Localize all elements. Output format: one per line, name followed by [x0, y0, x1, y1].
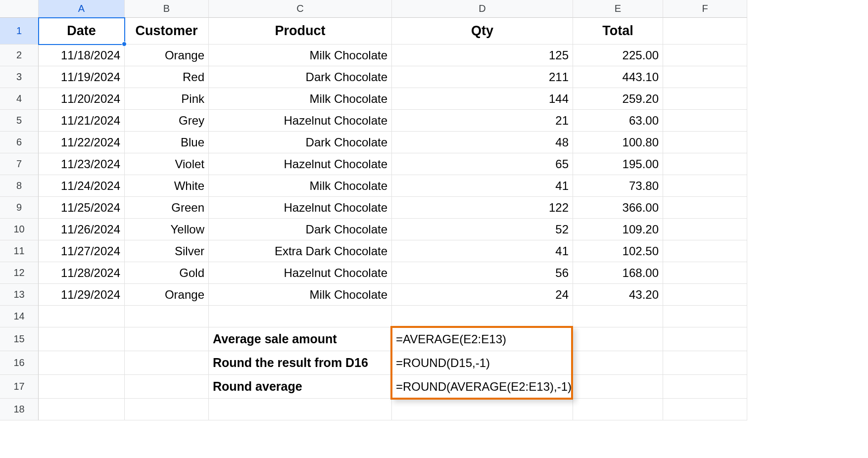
- cell-F9[interactable]: [663, 197, 747, 219]
- cell-C1[interactable]: Product: [209, 18, 392, 45]
- cell-E9[interactable]: 366.00: [573, 197, 663, 219]
- cell-E3[interactable]: 443.10: [573, 66, 663, 88]
- cell-B3[interactable]: Red: [125, 66, 209, 88]
- cell-B15[interactable]: [125, 327, 209, 351]
- cell-B17[interactable]: [125, 375, 209, 399]
- cell-A13[interactable]: 11/29/2024: [39, 284, 125, 306]
- col-header-F[interactable]: F: [663, 0, 747, 18]
- cell-B16[interactable]: [125, 351, 209, 375]
- cell-D13[interactable]: 24: [392, 284, 573, 306]
- cell-E13[interactable]: 43.20: [573, 284, 663, 306]
- cell-F2[interactable]: [663, 45, 747, 66]
- cell-F11[interactable]: [663, 240, 747, 262]
- col-header-A[interactable]: A: [39, 0, 125, 18]
- cell-D8[interactable]: 41: [392, 175, 573, 197]
- cell-A4[interactable]: 11/20/2024: [39, 88, 125, 110]
- cell-D2[interactable]: 125: [392, 45, 573, 66]
- cell-A1[interactable]: Date: [39, 18, 125, 45]
- cell-E17[interactable]: [573, 375, 663, 399]
- cell-F16[interactable]: [663, 351, 747, 375]
- cell-D16[interactable]: =ROUND(D15,-1): [392, 351, 573, 375]
- cell-D18[interactable]: [392, 399, 573, 420]
- cell-E11[interactable]: 102.50: [573, 240, 663, 262]
- cell-C10[interactable]: Dark Chocolate: [209, 219, 392, 240]
- cell-F17[interactable]: [663, 375, 747, 399]
- cell-C7[interactable]: Hazelnut Chocolate: [209, 153, 392, 175]
- cell-E16[interactable]: [573, 351, 663, 375]
- cell-A15[interactable]: [39, 327, 125, 351]
- row-header-2[interactable]: 2: [0, 45, 39, 66]
- cell-B10[interactable]: Yellow: [125, 219, 209, 240]
- cell-E18[interactable]: [573, 399, 663, 420]
- cell-C18[interactable]: [209, 399, 392, 420]
- select-all-corner[interactable]: [0, 0, 39, 18]
- cell-B7[interactable]: Violet: [125, 153, 209, 175]
- cell-D3[interactable]: 211: [392, 66, 573, 88]
- row-header-11[interactable]: 11: [0, 240, 39, 262]
- cell-A12[interactable]: 11/28/2024: [39, 262, 125, 284]
- cell-D12[interactable]: 56: [392, 262, 573, 284]
- cell-C3[interactable]: Dark Chocolate: [209, 66, 392, 88]
- cell-C6[interactable]: Dark Chocolate: [209, 132, 392, 153]
- cell-B8[interactable]: White: [125, 175, 209, 197]
- cell-C5[interactable]: Hazelnut Chocolate: [209, 110, 392, 132]
- cell-D7[interactable]: 65: [392, 153, 573, 175]
- cell-F5[interactable]: [663, 110, 747, 132]
- cell-C14[interactable]: [209, 306, 392, 327]
- cell-F1[interactable]: [663, 18, 747, 45]
- col-header-C[interactable]: C: [209, 0, 392, 18]
- cell-E7[interactable]: 195.00: [573, 153, 663, 175]
- cell-B2[interactable]: Orange: [125, 45, 209, 66]
- cell-E2[interactable]: 225.00: [573, 45, 663, 66]
- cell-C13[interactable]: Milk Chocolate: [209, 284, 392, 306]
- row-header-10[interactable]: 10: [0, 219, 39, 240]
- row-header-5[interactable]: 5: [0, 110, 39, 132]
- cell-B4[interactable]: Pink: [125, 88, 209, 110]
- cell-A9[interactable]: 11/25/2024: [39, 197, 125, 219]
- cell-D4[interactable]: 144: [392, 88, 573, 110]
- cell-D17[interactable]: =ROUND(AVERAGE(E2:E13),-1): [392, 375, 573, 399]
- cell-B6[interactable]: Blue: [125, 132, 209, 153]
- cell-F10[interactable]: [663, 219, 747, 240]
- col-header-D[interactable]: D: [392, 0, 573, 18]
- row-header-18[interactable]: 18: [0, 399, 39, 420]
- cell-E6[interactable]: 100.80: [573, 132, 663, 153]
- cell-E4[interactable]: 259.20: [573, 88, 663, 110]
- col-header-E[interactable]: E: [573, 0, 663, 18]
- cell-A2[interactable]: 11/18/2024: [39, 45, 125, 66]
- cell-A10[interactable]: 11/26/2024: [39, 219, 125, 240]
- cell-C12[interactable]: Hazelnut Chocolate: [209, 262, 392, 284]
- cell-B13[interactable]: Orange: [125, 284, 209, 306]
- row-header-7[interactable]: 7: [0, 153, 39, 175]
- cell-D6[interactable]: 48: [392, 132, 573, 153]
- cell-C16[interactable]: Round the result from D16: [209, 351, 392, 375]
- row-header-12[interactable]: 12: [0, 262, 39, 284]
- cell-D10[interactable]: 52: [392, 219, 573, 240]
- spreadsheet-grid[interactable]: ABCDEF1DateCustomerProductQtyTotal211/18…: [0, 0, 747, 420]
- row-header-17[interactable]: 17: [0, 375, 39, 399]
- cell-F8[interactable]: [663, 175, 747, 197]
- cell-B11[interactable]: Silver: [125, 240, 209, 262]
- cell-B18[interactable]: [125, 399, 209, 420]
- cell-F13[interactable]: [663, 284, 747, 306]
- cell-B14[interactable]: [125, 306, 209, 327]
- cell-E14[interactable]: [573, 306, 663, 327]
- row-header-8[interactable]: 8: [0, 175, 39, 197]
- cell-A17[interactable]: [39, 375, 125, 399]
- cell-A5[interactable]: 11/21/2024: [39, 110, 125, 132]
- row-header-4[interactable]: 4: [0, 88, 39, 110]
- row-header-15[interactable]: 15: [0, 327, 39, 351]
- col-header-B[interactable]: B: [125, 0, 209, 18]
- cell-D11[interactable]: 41: [392, 240, 573, 262]
- cell-D1[interactable]: Qty: [392, 18, 573, 45]
- cell-D5[interactable]: 21: [392, 110, 573, 132]
- row-header-6[interactable]: 6: [0, 132, 39, 153]
- cell-B5[interactable]: Grey: [125, 110, 209, 132]
- row-header-9[interactable]: 9: [0, 197, 39, 219]
- selection-fill-handle[interactable]: [122, 42, 127, 46]
- row-header-14[interactable]: 14: [0, 306, 39, 327]
- cell-F14[interactable]: [663, 306, 747, 327]
- cell-D9[interactable]: 122: [392, 197, 573, 219]
- cell-A3[interactable]: 11/19/2024: [39, 66, 125, 88]
- cell-C8[interactable]: Milk Chocolate: [209, 175, 392, 197]
